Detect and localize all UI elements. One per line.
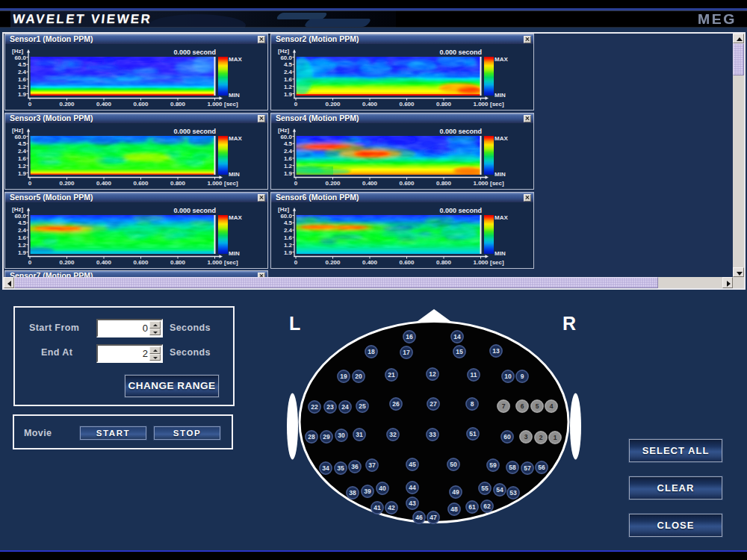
svg-text:[sec]: [sec]	[490, 180, 504, 187]
svg-text:1.6: 1.6	[284, 234, 293, 240]
svg-text:9: 9	[521, 373, 524, 380]
svg-text:60.0: 60.0	[14, 133, 26, 140]
svg-text:27: 27	[430, 400, 437, 408]
svg-text:2.4: 2.4	[18, 148, 27, 155]
svg-text:0.400: 0.400	[96, 180, 112, 187]
svg-text:2.4: 2.4	[284, 227, 293, 234]
svg-text:MIN: MIN	[495, 171, 506, 178]
svg-text:25: 25	[359, 402, 366, 410]
svg-text:MIN: MIN	[229, 92, 240, 99]
svg-text:0.000 second: 0.000 second	[173, 49, 216, 56]
svg-text:MAX: MAX	[495, 56, 508, 63]
svg-text:62: 62	[483, 503, 491, 510]
svg-text:0.400: 0.400	[96, 101, 112, 108]
svg-text:35: 35	[337, 464, 344, 472]
svg-text:4.5: 4.5	[284, 61, 293, 68]
svg-text:0.000 second: 0.000 second	[439, 206, 482, 214]
svg-text:0.600: 0.600	[133, 180, 149, 187]
svg-text:60.0: 60.0	[280, 133, 292, 140]
svg-text:12: 12	[429, 370, 436, 378]
svg-text:1.6: 1.6	[18, 155, 27, 161]
svg-text:0.000 second: 0.000 second	[173, 127, 216, 134]
svg-text:48: 48	[450, 505, 458, 513]
svg-text:0.200: 0.200	[59, 259, 75, 266]
svg-text:7: 7	[502, 402, 506, 410]
svg-text:33: 33	[429, 431, 436, 438]
svg-text:60.0: 60.0	[14, 212, 26, 219]
svg-text:8: 8	[471, 400, 474, 408]
svg-text:2.4: 2.4	[18, 227, 27, 234]
svg-text:1.6: 1.6	[284, 155, 293, 161]
svg-text:1.2: 1.2	[18, 241, 27, 248]
svg-text:4.5: 4.5	[18, 140, 27, 147]
svg-text:0.800: 0.800	[170, 101, 186, 108]
svg-text:1.2: 1.2	[284, 241, 293, 248]
svg-text:57: 57	[524, 464, 531, 472]
svg-text:59: 59	[489, 461, 497, 469]
svg-text:1.9: 1.9	[284, 249, 293, 255]
svg-text:0.600: 0.600	[133, 259, 149, 266]
svg-text:43: 43	[409, 500, 416, 507]
svg-text:1.000: 1.000	[473, 259, 489, 266]
svg-text:38: 38	[349, 489, 356, 497]
svg-text:1.6: 1.6	[284, 76, 293, 83]
svg-text:37: 37	[368, 461, 376, 469]
svg-text:19: 19	[340, 373, 347, 380]
svg-text:[sec]: [sec]	[224, 101, 238, 108]
svg-text:42: 42	[388, 504, 395, 511]
svg-text:60.0: 60.0	[280, 212, 292, 219]
svg-text:34: 34	[322, 464, 329, 472]
svg-text:MAX: MAX	[229, 214, 242, 221]
svg-text:1.6: 1.6	[18, 76, 27, 83]
svg-text:0.200: 0.200	[59, 180, 75, 187]
svg-text:0.400: 0.400	[362, 259, 378, 266]
svg-text:30: 30	[338, 432, 345, 439]
svg-text:60.0: 60.0	[280, 55, 292, 61]
svg-text:1: 1	[554, 434, 557, 441]
svg-text:0.800: 0.800	[436, 101, 452, 108]
svg-text:49: 49	[452, 488, 459, 496]
svg-text:1.000: 1.000	[473, 101, 489, 108]
svg-text:0: 0	[28, 259, 32, 266]
svg-text:56: 56	[538, 464, 545, 471]
svg-text:54: 54	[496, 486, 503, 494]
svg-text:16: 16	[406, 333, 413, 340]
svg-text:2: 2	[539, 434, 543, 441]
svg-text:MAX: MAX	[495, 214, 508, 221]
svg-text:46: 46	[415, 514, 423, 521]
svg-text:14: 14	[453, 333, 461, 340]
svg-text:11: 11	[471, 371, 477, 379]
svg-text:4.5: 4.5	[18, 61, 27, 68]
svg-text:29: 29	[323, 433, 330, 441]
svg-text:0.600: 0.600	[399, 180, 415, 187]
svg-text:23: 23	[326, 403, 334, 411]
svg-text:0.400: 0.400	[362, 101, 378, 108]
svg-text:32: 32	[389, 431, 397, 438]
svg-text:22: 22	[311, 403, 318, 411]
svg-text:26: 26	[392, 400, 400, 408]
svg-text:1.9: 1.9	[284, 91, 293, 98]
svg-text:1.6: 1.6	[18, 234, 27, 240]
svg-text:53: 53	[509, 489, 517, 497]
svg-text:1.2: 1.2	[284, 84, 293, 90]
svg-text:47: 47	[430, 514, 437, 521]
svg-text:60.0: 60.0	[14, 55, 26, 61]
svg-text:24: 24	[341, 403, 349, 411]
svg-text:0: 0	[294, 180, 298, 187]
svg-text:45: 45	[409, 461, 416, 468]
svg-text:50: 50	[450, 461, 457, 468]
svg-text:1.9: 1.9	[18, 249, 27, 255]
svg-text:6: 6	[521, 402, 524, 410]
svg-text:1.9: 1.9	[18, 169, 27, 176]
svg-text:18: 18	[368, 348, 375, 355]
svg-text:2.4: 2.4	[18, 69, 27, 75]
svg-text:[sec]: [sec]	[490, 259, 504, 266]
svg-text:0: 0	[294, 101, 298, 108]
svg-text:1.000: 1.000	[207, 180, 223, 187]
svg-text:1.2: 1.2	[18, 84, 27, 90]
svg-text:0.000 second: 0.000 second	[439, 127, 482, 134]
svg-text:0.400: 0.400	[96, 259, 112, 266]
svg-text:[sec]: [sec]	[224, 180, 238, 187]
svg-text:MIN: MIN	[495, 250, 506, 257]
svg-text:1.9: 1.9	[18, 91, 27, 98]
